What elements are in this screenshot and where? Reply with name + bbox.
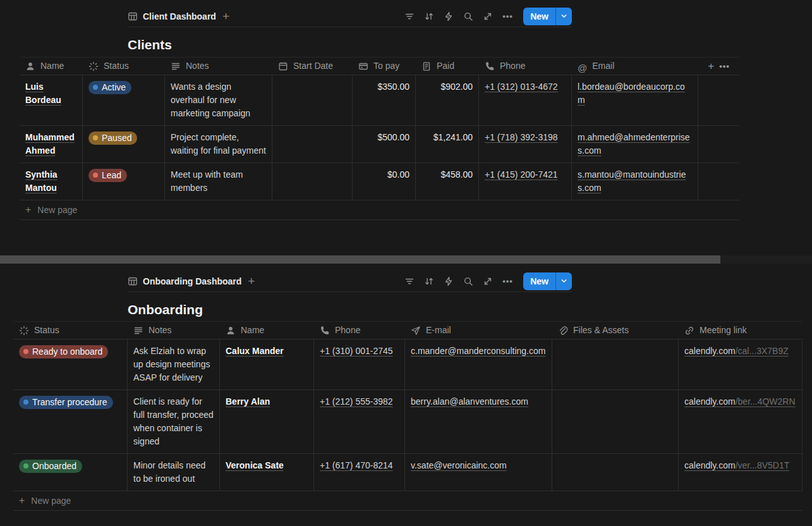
more-options-icon[interactable]: •••: [502, 276, 512, 286]
cell-paid[interactable]: $458.00: [416, 163, 479, 200]
horizontal-scrollbar-thumb[interactable]: [0, 255, 720, 264]
cell-notes[interactable]: Ask Elziah to wrap up design meetings AS…: [128, 339, 220, 390]
cell-phone[interactable]: +1 (312) 013-4672: [479, 75, 572, 126]
cell-files[interactable]: [552, 454, 679, 491]
clients-table-title[interactable]: Clients: [128, 37, 172, 52]
cell-name[interactable]: Luis Bordeau: [20, 75, 83, 126]
new-button[interactable]: New: [523, 8, 572, 25]
cell-name[interactable]: Muhammed Ahmed: [20, 126, 83, 163]
chevron-down-icon[interactable]: [556, 8, 572, 25]
text-lines-icon: [171, 61, 181, 71]
column-header-email[interactable]: @ Email: [572, 58, 698, 75]
column-header-phone[interactable]: Phone: [314, 322, 405, 339]
column-header-status[interactable]: Status: [13, 322, 128, 339]
table-row: Onboarded Minor details need to be irone…: [13, 454, 803, 491]
column-header-meeting-link[interactable]: Meeting link: [679, 322, 803, 339]
view-tab-client-dashboard[interactable]: Client Dashboard: [143, 11, 216, 21]
column-header-name[interactable]: Name: [20, 58, 83, 75]
cell-meeting-link[interactable]: calendly.com/ber...4QW2RN: [679, 390, 803, 454]
cell-phone[interactable]: +1 (212) 555-3982: [314, 390, 405, 454]
cell-to-pay[interactable]: $500.00: [353, 126, 416, 163]
cell-files[interactable]: [552, 390, 679, 454]
cell-paid[interactable]: $902.00: [416, 75, 479, 126]
cell-meeting-link[interactable]: calendly.com/ver...8V5D1T: [679, 454, 803, 491]
sort-icon[interactable]: [424, 276, 434, 286]
column-header-notes[interactable]: Notes: [128, 322, 220, 339]
plus-icon: +: [19, 495, 25, 506]
add-view-button[interactable]: +: [221, 10, 231, 22]
column-header-to-pay[interactable]: To pay: [353, 58, 416, 75]
cell-status[interactable]: Active: [83, 75, 165, 126]
cell-status[interactable]: Onboarded: [13, 454, 128, 491]
column-header-start-date[interactable]: Start Date: [272, 58, 353, 75]
cell-name[interactable]: Veronica Sate: [220, 454, 314, 491]
cell-email[interactable]: c.mander@manderconsulting.com: [405, 339, 552, 390]
add-view-button[interactable]: +: [246, 275, 256, 287]
cell-email[interactable]: l.bordeau@bordeaucorp.com: [572, 75, 698, 126]
cell-status[interactable]: Paused: [83, 126, 165, 163]
cell-name[interactable]: Synthia Mantou: [20, 163, 83, 200]
table-view-icon: [128, 11, 138, 21]
search-icon[interactable]: [463, 276, 473, 286]
paperclip-icon: [558, 326, 568, 336]
chevron-down-icon[interactable]: [556, 272, 572, 290]
cell-phone[interactable]: +1 (415) 200-7421: [479, 163, 572, 200]
cell-phone[interactable]: +1 (617) 470-8214: [314, 454, 405, 491]
onboarding-table: Status Notes Name Phone E-mail Files & A…: [13, 321, 803, 511]
table-more-icon[interactable]: •••: [719, 59, 730, 73]
onboarding-table-title[interactable]: Onboarding: [128, 302, 203, 317]
cell-name[interactable]: Calux Mander: [220, 339, 314, 390]
expand-icon[interactable]: [483, 11, 493, 21]
expand-icon[interactable]: [483, 276, 493, 286]
cell-to-pay[interactable]: $350.00: [353, 75, 416, 126]
column-header-paid[interactable]: Paid: [416, 58, 479, 75]
cell-notes[interactable]: Minor details need to be ironed out: [128, 454, 220, 491]
column-header-status[interactable]: Status: [83, 58, 165, 75]
cell-start-date[interactable]: [272, 126, 353, 163]
new-page-row[interactable]: + New page: [13, 491, 803, 511]
cell-to-pay[interactable]: $0.00: [353, 163, 416, 200]
new-page-row[interactable]: + New page: [20, 200, 739, 220]
cell-status[interactable]: Transfer procedure: [13, 390, 128, 454]
column-header-files[interactable]: Files & Assets: [552, 322, 679, 339]
cell-status[interactable]: Lead: [83, 163, 165, 200]
new-button[interactable]: New: [523, 272, 572, 290]
filter-icon[interactable]: [404, 276, 415, 286]
column-header-notes[interactable]: Notes: [165, 58, 272, 75]
link-icon: [684, 326, 694, 336]
column-header-email[interactable]: E-mail: [405, 322, 552, 339]
cell-start-date[interactable]: [272, 75, 353, 126]
cell-files[interactable]: [552, 339, 679, 390]
more-options-icon[interactable]: •••: [502, 11, 512, 21]
cell-start-date[interactable]: [272, 163, 353, 200]
cell-phone[interactable]: +1 (718) 392-3198: [479, 126, 572, 163]
cell-phone[interactable]: +1 (310) 001-2745: [314, 339, 405, 390]
add-column-button[interactable]: +: [708, 59, 714, 73]
table-header-actions: + •••: [698, 58, 739, 75]
bolt-icon[interactable]: [444, 11, 454, 21]
cell-notes[interactable]: Wants a design overhaul for new marketin…: [165, 75, 272, 126]
cell-email[interactable]: v.sate@veronicainc.com: [405, 454, 552, 491]
cell-meeting-link[interactable]: calendly.com/cal...3X7B9Z: [679, 339, 803, 390]
column-header-phone[interactable]: Phone: [479, 58, 572, 75]
cell-paid[interactable]: $1,241.00: [416, 126, 479, 163]
cell-extra: [698, 75, 739, 126]
cell-notes[interactable]: Client is ready for full transfer, proce…: [128, 390, 220, 454]
cell-email[interactable]: m.ahmed@ahmedenterprises.com: [572, 126, 698, 163]
new-button-label[interactable]: New: [523, 8, 555, 25]
phone-icon: [320, 326, 330, 336]
cell-notes[interactable]: Project complete, waiting for final paym…: [165, 126, 272, 163]
cell-status[interactable]: Ready to onboard: [13, 339, 128, 390]
cell-name[interactable]: Berry Alan: [220, 390, 314, 454]
cell-email[interactable]: s.mantou@mantouindustries.com: [572, 163, 698, 200]
cell-extra: [698, 126, 739, 163]
view-tab-onboarding-dashboard[interactable]: Onboarding Dashboard: [143, 276, 241, 286]
sort-icon[interactable]: [424, 11, 434, 21]
new-button-label[interactable]: New: [523, 272, 555, 290]
cell-email[interactable]: berry.alan@alanventures.com: [405, 390, 552, 454]
bolt-icon[interactable]: [444, 276, 454, 286]
filter-icon[interactable]: [404, 11, 415, 21]
column-header-name[interactable]: Name: [220, 322, 314, 339]
cell-notes[interactable]: Meet up with team members: [165, 163, 272, 200]
search-icon[interactable]: [463, 11, 473, 21]
